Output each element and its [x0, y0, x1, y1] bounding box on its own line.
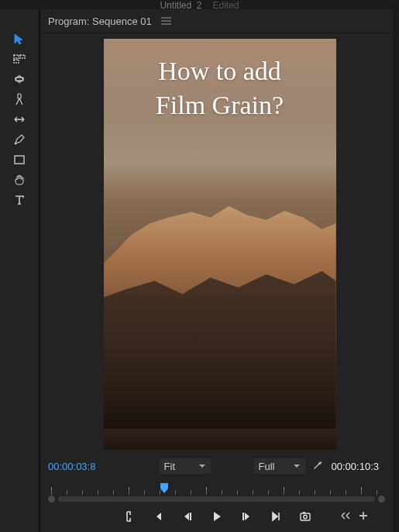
- timecode-out[interactable]: 00:00:10:3: [332, 461, 379, 472]
- zoom-scrollbar[interactable]: [48, 496, 385, 503]
- preview-area: How to add Film Grain?: [40, 33, 399, 454]
- svg-point-4: [15, 143, 16, 144]
- go-to-out-icon: [270, 510, 282, 523]
- preview-background-art-2: [104, 264, 336, 429]
- type-tool-icon: [13, 194, 26, 206]
- mark-in-icon: [122, 510, 135, 523]
- svg-rect-10: [303, 512, 305, 513]
- plus-icon: [357, 510, 370, 521]
- ripple-edit-icon: [13, 73, 26, 85]
- svg-point-9: [303, 515, 306, 518]
- selection-tool-icon: [13, 33, 26, 45]
- pen-tool[interactable]: [12, 132, 27, 147]
- step-forward-button[interactable]: [239, 509, 254, 524]
- preview-title-overlay: How to add Film Grain?: [104, 54, 336, 123]
- hand-tool-icon: [13, 174, 26, 186]
- svg-rect-0: [14, 55, 19, 58]
- button-overflow[interactable]: [340, 510, 353, 523]
- svg-rect-7: [242, 513, 244, 520]
- svg-rect-2: [14, 60, 19, 63]
- ruler-ticks: [51, 482, 382, 495]
- panel-header: Program: Sequence 01: [40, 9, 399, 33]
- svg-rect-1: [20, 55, 25, 58]
- zoom-dropdown[interactable]: Fit: [160, 458, 211, 474]
- monitor-controls: 00:00:03:8 Fit Full 00:00:10:3: [40, 454, 393, 532]
- track-select-icon: [13, 53, 26, 65]
- video-preview[interactable]: How to add Film Grain?: [104, 39, 336, 450]
- svg-rect-3: [18, 94, 21, 98]
- time-ruler[interactable]: [48, 482, 385, 503]
- slip-tool-icon: [13, 113, 26, 126]
- transport-bar: [48, 506, 385, 527]
- menu-icon: [161, 17, 171, 25]
- svg-rect-6: [190, 513, 191, 520]
- zoom-value: Fit: [164, 461, 175, 472]
- mark-in-button[interactable]: [121, 509, 136, 524]
- go-to-in-icon: [152, 510, 164, 523]
- document-name: Untitled_2: [160, 0, 201, 9]
- rectangle-tool[interactable]: [12, 152, 27, 168]
- go-to-in-button[interactable]: [150, 509, 166, 524]
- zoom-handle-left[interactable]: [48, 496, 55, 503]
- chevron-down-icon: [293, 462, 301, 470]
- monitor-status-row: 00:00:03:8 Fit Full 00:00:10:3: [48, 454, 385, 478]
- settings-button[interactable]: [311, 459, 325, 473]
- program-monitor-panel: Program: Sequence 01 How to add Film Gra…: [40, 9, 399, 532]
- type-tool[interactable]: [12, 192, 27, 208]
- step-back-button[interactable]: [180, 509, 195, 524]
- export-frame-icon: [299, 510, 311, 523]
- chevron-down-icon: [198, 462, 206, 470]
- track-select-tool[interactable]: [12, 51, 27, 67]
- razor-tool[interactable]: [12, 92, 27, 107]
- play-button[interactable]: [209, 509, 225, 524]
- razor-icon: [13, 93, 26, 105]
- hand-tool[interactable]: [12, 172, 27, 188]
- export-frame-button[interactable]: [298, 509, 313, 524]
- ripple-edit-tool[interactable]: [12, 71, 27, 87]
- step-back-icon: [181, 510, 194, 523]
- document-header: Untitled_2 Edited: [0, 0, 399, 9]
- tools-toolbar: [0, 9, 40, 532]
- overflow-icon: [340, 510, 353, 521]
- pen-tool-icon: [13, 133, 26, 146]
- add-button[interactable]: [357, 510, 370, 523]
- slip-tool[interactable]: [12, 112, 27, 127]
- playhead[interactable]: [160, 482, 169, 495]
- document-state: Edited: [213, 0, 239, 9]
- panel-scroll-thumb[interactable]: [393, 64, 399, 95]
- svg-rect-5: [15, 156, 24, 164]
- step-forward-icon: [240, 510, 253, 523]
- play-icon: [211, 510, 223, 523]
- panel-title: Program: Sequence 01: [48, 16, 152, 27]
- timecode-in[interactable]: 00:00:03:8: [48, 461, 95, 472]
- zoom-bar[interactable]: [58, 496, 375, 502]
- zoom-handle-right[interactable]: [378, 496, 385, 503]
- rectangle-tool-icon: [13, 154, 26, 166]
- go-to-out-button[interactable]: [268, 509, 284, 524]
- resolution-dropdown[interactable]: Full: [254, 458, 305, 474]
- svg-rect-8: [301, 513, 310, 520]
- resolution-value: Full: [259, 461, 275, 472]
- panel-menu-button[interactable]: [161, 16, 171, 27]
- selection-tool[interactable]: [12, 31, 27, 47]
- wrench-icon: [311, 459, 324, 472]
